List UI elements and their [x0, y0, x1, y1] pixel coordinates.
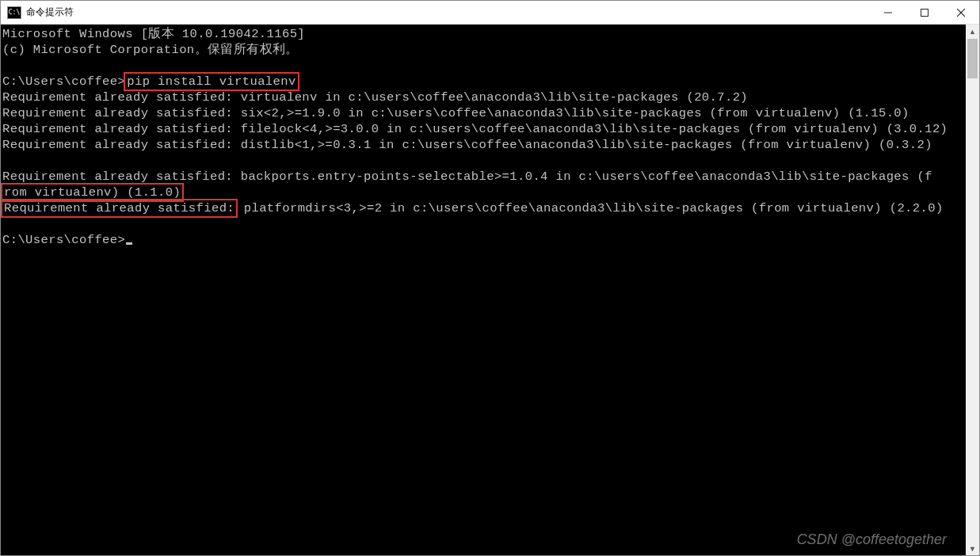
terminal-line: Requirement already satisfied: filelock<… — [2, 121, 964, 137]
terminal-line — [2, 58, 964, 74]
vertical-scrollbar[interactable]: ▲ ▼ — [966, 25, 979, 555]
terminal-line: rom virtualenv) (1.1.0) — [2, 185, 964, 200]
titlebar[interactable]: C:\ 命令提示符 — [1, 1, 979, 25]
terminal-line — [2, 216, 964, 232]
highlight-requirement: Requirement already satisfied: — [1, 199, 238, 218]
scrollbar-thumb[interactable] — [967, 39, 978, 78]
terminal-line: Requirement already satisfied: distlib<1… — [2, 137, 964, 153]
close-button[interactable] — [943, 1, 979, 24]
prompt: C:\Users\coffee> — [2, 74, 125, 89]
maximize-icon — [921, 9, 929, 17]
terminal-output[interactable]: Microsoft Windows [版本 10.0.19042.1165](c… — [1, 25, 966, 555]
app-icon: C:\ — [7, 6, 21, 19]
watermark: CSDN @coffeetogether — [797, 531, 947, 547]
cmd-window: C:\ 命令提示符 Microsoft Windows [版本 10.0.190… — [0, 0, 980, 556]
terminal-line — [2, 153, 964, 169]
window-title: 命令提示符 — [26, 6, 870, 19]
close-icon — [957, 9, 965, 17]
window-controls — [870, 1, 979, 24]
svg-rect-1 — [921, 9, 929, 16]
terminal-area: Microsoft Windows [版本 10.0.19042.1165](c… — [1, 25, 979, 555]
scroll-down-arrow-icon[interactable]: ▼ — [966, 542, 979, 555]
highlight-command: pip install virtualenv — [124, 72, 299, 91]
minimize-icon — [884, 9, 892, 17]
terminal-text: platformdirs<3,>=2 in c:\users\coffee\an… — [236, 201, 944, 215]
terminal-line: Requirement already satisfied: backports… — [2, 169, 964, 185]
maximize-button[interactable] — [906, 1, 943, 24]
scroll-up-arrow-icon[interactable]: ▲ — [966, 25, 979, 38]
prompt: C:\Users\coffee> — [2, 233, 125, 247]
terminal-line: Requirement already satisfied: six<2,>=1… — [2, 105, 964, 121]
terminal-line: Requirement already satisfied: virtualen… — [2, 89, 964, 105]
terminal-line: C:\Users\coffee> — [2, 232, 964, 248]
terminal-line: C:\Users\coffee>pip install virtualenv — [2, 74, 964, 89]
terminal-line: (c) Microsoft Corporation。保留所有权利。 — [2, 42, 964, 58]
cursor — [126, 242, 132, 245]
minimize-button[interactable] — [870, 1, 906, 24]
terminal-line: Microsoft Windows [版本 10.0.19042.1165] — [2, 26, 964, 42]
terminal-line: Requirement already satisfied: platformd… — [2, 200, 964, 216]
